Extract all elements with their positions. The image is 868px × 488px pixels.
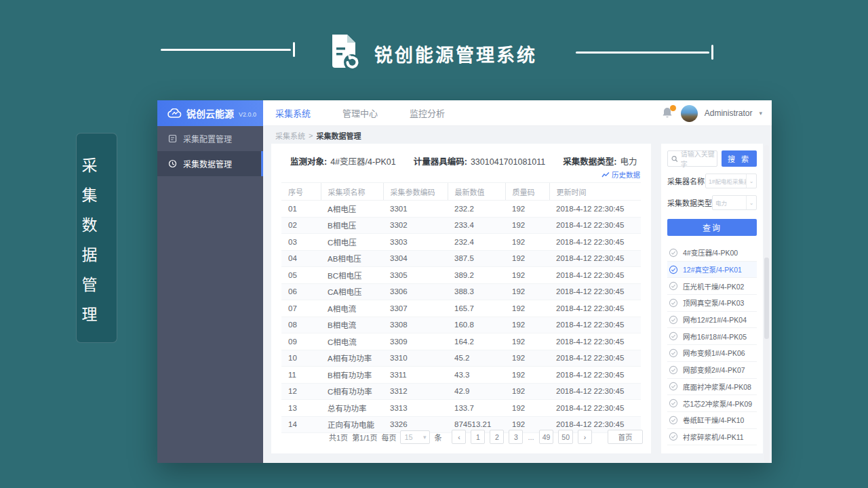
device-label: 网布16#18#/4-PK05 [683, 331, 747, 342]
sidebar-item-collect-data[interactable]: 采集数据管理 [157, 151, 263, 176]
table-body: 01A相电压3301232.21922018-4-12 22:30:4502B相… [281, 201, 641, 433]
device-item[interactable]: 卷纸缸干燥/4-PK10 [667, 412, 757, 429]
data-type-select[interactable]: 电力 ⌄ [712, 195, 757, 210]
device-item[interactable]: 网布12#21#/4-PK04 [667, 312, 757, 329]
page-button-1[interactable]: 1 [471, 430, 485, 444]
prev-page-button[interactable]: ‹ [452, 430, 466, 444]
table-cell: 133.7 [448, 400, 505, 417]
per-page-select[interactable]: 15 ▾ [400, 430, 430, 444]
table-cell: 2018-4-12 22:30:45 [549, 283, 641, 300]
page-button-3[interactable]: 3 [509, 430, 523, 444]
page-button-50[interactable]: 50 [558, 430, 573, 444]
page-button-49[interactable]: 49 [539, 430, 554, 444]
user-menu-caret-icon[interactable]: ▾ [759, 110, 762, 117]
document-refresh-icon [323, 32, 362, 70]
first-page-button[interactable]: 首页 [608, 430, 643, 444]
scrollbar-thumb[interactable] [764, 258, 769, 339]
table-cell: 2018-4-12 22:30:45 [549, 267, 641, 284]
page-buttons: ‹123...4950›首页 [452, 430, 643, 444]
table-cell: B相电流 [321, 317, 383, 333]
check-circle-icon [669, 298, 678, 308]
device-item[interactable]: 衬浆碎浆机/4-PK11 [667, 429, 757, 446]
table-cell: 192 [505, 350, 549, 367]
search-input[interactable]: 请输入关键字 [667, 150, 717, 167]
next-page-button[interactable]: › [578, 430, 592, 444]
sidebar-item-collect-config[interactable]: 采集配置管理 [157, 126, 263, 151]
meter-code-value: 3301041701081011 [471, 157, 545, 167]
table-row: 03C相电压3303232.41922018-4-12 22:30:45 [281, 234, 641, 251]
data-type-value: 电力 [620, 157, 637, 167]
cloud-icon [167, 108, 182, 118]
table-cell: 192 [505, 300, 549, 317]
device-item[interactable]: 压光机干燥/4-PK02 [667, 278, 757, 295]
nav-tab-管理中心[interactable]: 管理中心 [342, 106, 378, 119]
page-ellipsis: ... [528, 433, 534, 441]
page: 锐创能源管理系统 采集数据管理 锐创云能源 V2.0.0 采集配置管理 [0, 0, 868, 488]
table-cell: 11 [281, 367, 321, 384]
device-label: 衬浆碎浆机/4-PK11 [683, 432, 744, 442]
select-caret-icon: ⌄ [746, 196, 756, 209]
table-cell: 192 [505, 400, 549, 417]
side-vertical-tab: 采集数据管理 [76, 133, 117, 343]
table-cell: 3313 [383, 400, 448, 417]
device-label: 12#真空泵/4-PK01 [683, 264, 742, 274]
pagination-current: 第1/1页 [352, 432, 377, 443]
nav-tab-采集系统[interactable]: 采集系统 [275, 106, 311, 119]
history-data-link[interactable]: 历史数据 [601, 169, 640, 180]
table-row: 06CA相电压3306388.31922018-4-12 22:30:45 [281, 283, 641, 300]
search-button[interactable]: 搜 索 [722, 150, 757, 167]
app-window: 锐创云能源 V2.0.0 采集配置管理 采集数据管理 采集系统管理中心监控分析 [157, 100, 772, 463]
table-row: 08B相电流3308160.81922018-4-12 22:30:45 [281, 317, 641, 333]
device-item[interactable]: 网部变频2#/4-PK07 [667, 362, 757, 379]
sidebar: 锐创云能源 V2.0.0 采集配置管理 采集数据管理 [157, 100, 263, 463]
nav-tab-监控分析[interactable]: 监控分析 [410, 106, 445, 119]
data-type-label: 采集数据类型: [563, 157, 616, 167]
table-cell: A相电流 [321, 300, 383, 317]
device-item[interactable]: 底面衬冲浆泵/4-PK08 [667, 379, 757, 396]
device-label: 底面衬冲浆泵/4-PK08 [683, 382, 751, 392]
device-item[interactable]: 顶网真空泵/4-PK03 [667, 295, 757, 312]
breadcrumb-parent[interactable]: 采集系统 [275, 130, 305, 141]
table-cell: 233.4 [448, 217, 505, 234]
table-cell: 192 [505, 267, 549, 284]
device-item[interactable]: 网布变频1#/4-PK06 [667, 345, 757, 362]
table-cell: 06 [281, 283, 321, 300]
notifications-bell-icon[interactable] [662, 106, 674, 120]
column-header: 最新数值 [448, 183, 505, 201]
query-button[interactable]: 查询 [667, 219, 757, 236]
monitor-object-label: 监测对象: [290, 157, 327, 167]
header-divider-left [161, 49, 291, 51]
device-item[interactable]: 4#变压器/4-PK00 [667, 245, 757, 262]
column-header: 采集参数编码 [383, 183, 448, 201]
check-circle-icon [669, 432, 678, 441]
table-cell: 2018-4-12 22:30:45 [549, 217, 641, 234]
table-cell: 01 [281, 201, 321, 218]
device-item[interactable]: 网布16#18#/4-PK05 [667, 328, 757, 345]
check-circle-icon [669, 415, 678, 425]
table-cell: 43.3 [448, 367, 505, 384]
table-cell: 3304 [383, 250, 448, 267]
table-cell: 164.2 [448, 333, 505, 350]
table-row: 01A相电压3301232.21922018-4-12 22:30:45 [281, 201, 641, 218]
check-circle-icon [669, 382, 678, 391]
table-row: 10A相有功功率331045.21922018-4-12 22:30:45 [281, 350, 641, 367]
device-item[interactable]: 12#真空泵/4-PK01 [667, 262, 757, 279]
table-row: 13总有功功率3313133.71922018-4-12 22:30:45 [281, 400, 641, 417]
table-cell: 2018-4-12 22:30:45 [549, 383, 641, 400]
breadcrumb: 采集系统 > 采集数据管理 [263, 126, 772, 145]
header-divider-right-tick [711, 45, 713, 60]
device-item[interactable]: 芯1芯2冲浆泵/4-PK09 [667, 395, 757, 412]
page-button-2[interactable]: 2 [490, 430, 504, 444]
column-header: 质量码 [505, 183, 549, 201]
sidebar-item-label: 采集配置管理 [183, 133, 232, 144]
vertical-scrollbar[interactable] [764, 145, 769, 463]
table-cell: A相电压 [321, 201, 383, 218]
check-circle-icon [669, 399, 678, 408]
topbar: 采集系统管理中心监控分析 Administrator ▾ [263, 100, 772, 126]
table-cell: 3307 [383, 300, 448, 317]
column-header: 序号 [281, 183, 321, 201]
table-cell: 2018-4-12 22:30:45 [549, 250, 641, 267]
table-cell: 192 [505, 283, 549, 300]
user-avatar[interactable] [681, 105, 698, 122]
collector-select[interactable]: 1#配电柜采集器 ⌄ [705, 174, 757, 188]
